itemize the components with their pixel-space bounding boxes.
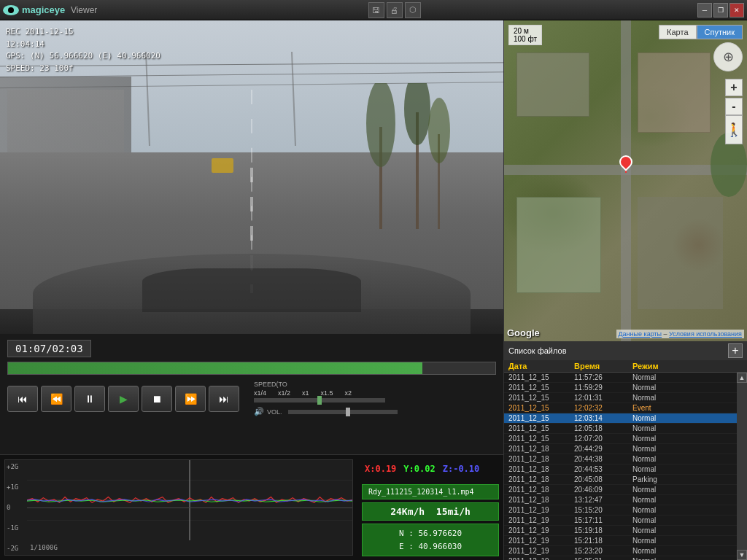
speed-ticks: x1/4 x1/2 x1 x1.5 x2 [254, 389, 398, 397]
accel-label-neg1g: -1G [7, 524, 26, 532]
file-mode: Normal [632, 414, 691, 422]
col-mode: Режим [632, 362, 691, 370]
speed-slider[interactable] [254, 398, 385, 402]
file-row[interactable]: 2011_12_1820:45:08Parking [504, 475, 737, 485]
file-date: 2011_12_15 [508, 394, 574, 402]
map-navigation-control[interactable]: ⊕ [713, 42, 743, 71]
file-row[interactable]: 2011_12_1512:07:20Normal [504, 434, 737, 444]
file-row[interactable]: 2011_12_1915:25:21Normal [504, 556, 737, 560]
speed-tick-quarter: x1/4 [254, 389, 266, 397]
accel-bottom: 1/1000G [27, 540, 352, 555]
play-button[interactable]: ▶ [108, 386, 139, 412]
speed-thumb [317, 396, 322, 405]
accel-z-value: Z:-0.10 [443, 464, 480, 474]
file-row[interactable]: 2011_12_1511:59:29Normal [504, 383, 737, 393]
map-attribution: Данные карты – Условия использования [616, 330, 745, 338]
app-logo-eye [3, 5, 19, 15]
progress-bar[interactable] [7, 362, 496, 375]
file-row[interactable]: 2011_12_1820:46:09Normal [504, 485, 737, 495]
map-area: 20 м 100 фт Карта Спутник ⊕ 🚶 + - [504, 20, 747, 341]
rewind-fast-button[interactable]: ⏮ [7, 386, 38, 412]
export-icon[interactable]: ⬡ [405, 2, 421, 18]
zoom-in-button[interactable]: + [725, 79, 743, 96]
file-row[interactable]: 2011_12_1512:01:31Normal [504, 393, 737, 403]
file-row[interactable]: 2011_12_1512:05:18Normal [504, 424, 737, 434]
file-mode: Normal [632, 496, 691, 504]
coords-display: N : 56.976620 E : 40.966030 [362, 524, 499, 556]
file-mode: Normal [632, 557, 691, 560]
window-controls: ─ ❐ ✕ [697, 3, 744, 18]
file-date: 2011_12_18 [508, 465, 574, 473]
file-mode: Normal [632, 445, 691, 453]
trees-svg [321, 83, 481, 229]
file-time: 20:44:53 [574, 465, 632, 473]
attribution-link[interactable]: Данные карты [619, 330, 662, 338]
rewind-button[interactable]: ⏪ [41, 386, 71, 412]
file-time: 15:23:20 [574, 547, 632, 555]
file-row[interactable]: 2011_12_1915:23:20Normal [504, 546, 737, 556]
file-row[interactable]: 2011_12_1511:57:26Normal [504, 373, 737, 383]
file-row[interactable]: 2011_12_1512:03:14Normal [504, 413, 737, 424]
osd-time: 12:04:14 [6, 39, 160, 51]
titlebar-mini-buttons: 🖫 🖨 ⬡ [368, 2, 421, 18]
file-row[interactable]: 2011_12_1915:21:18Normal [504, 536, 737, 546]
file-row[interactable]: 2011_12_1915:17:11Normal [504, 516, 737, 526]
map-tab-satellite[interactable]: Спутник [697, 25, 743, 39]
vol-speaker-icon: 🔊 [254, 407, 264, 416]
map-streetview-icon[interactable]: 🚶 [725, 115, 743, 144]
restore-button[interactable]: ❐ [713, 3, 728, 18]
osd-date: REC 2011-12-15 [6, 26, 160, 39]
file-row[interactable]: 2011_12_1813:12:47Normal [504, 495, 737, 505]
forward-fast-button[interactable]: ⏭ [209, 386, 239, 412]
file-row[interactable]: 2011_12_1915:19:18Normal [504, 526, 737, 536]
accel-label-neg2g: -2G [7, 545, 26, 552]
video-content: REC 2011-12-15 12:04:14 GPS: (N) 56.9666… [0, 20, 503, 334]
file-mode: Normal [632, 455, 691, 463]
file-mode: Normal [632, 394, 691, 402]
file-row[interactable]: 2011_12_1820:44:29Normal [504, 444, 737, 454]
app-title: magiceye Viewer [22, 4, 97, 15]
file-date: 2011_12_15 [508, 424, 574, 432]
building-2 [638, 52, 711, 133]
forward-button[interactable]: ⏩ [175, 386, 206, 412]
svg-point-9 [366, 83, 395, 167]
timecode-bar: 01:07/02:03 [7, 340, 496, 357]
filelist-add-button[interactable]: + [728, 343, 743, 358]
file-time: 20:46:09 [574, 486, 632, 494]
file-time: 12:05:18 [574, 424, 632, 432]
file-row[interactable]: 2011_12_1820:44:53Normal [504, 464, 737, 475]
volume-thumb [346, 408, 350, 416]
close-button[interactable]: ✕ [729, 3, 744, 18]
accel-y-value: Y:0.02 [403, 464, 435, 474]
save-icon[interactable]: 🖫 [368, 2, 384, 18]
map-tab-map[interactable]: Карта [659, 25, 696, 39]
scroll-down-arrow[interactable]: ▼ [737, 550, 747, 560]
accel-label-0: 0 [7, 504, 26, 511]
file-time: 15:21:18 [574, 537, 632, 545]
file-row[interactable]: 2011_12_1512:02:32Event [504, 403, 737, 413]
file-time: 15:25:21 [574, 557, 632, 560]
file-row[interactable]: 2011_12_1820:44:38Normal [504, 454, 737, 464]
file-mode: Normal [632, 547, 691, 555]
file-row[interactable]: 2011_12_1915:15:20Normal [504, 505, 737, 516]
scale-feet: 100 фт [514, 35, 537, 43]
terms-link[interactable]: Условия использования [669, 330, 742, 338]
print-icon[interactable]: 🖨 [387, 2, 403, 18]
scroll-up-arrow[interactable]: ▲ [737, 373, 747, 383]
speed-label: SPEED(TO [254, 381, 287, 388]
file-time: 12:01:31 [574, 394, 632, 402]
pause-button[interactable]: ⏸ [74, 386, 105, 412]
map-road-vertical [621, 20, 631, 341]
osd-overlay: REC 2011-12-15 12:04:14 GPS: (N) 56.9666… [6, 26, 160, 74]
filelist-scroll[interactable]: 2011_12_1511:57:26Normal2011_12_1511:59:… [504, 373, 737, 560]
left-panel: REC 2011-12-15 12:04:14 GPS: (N) 56.9666… [0, 20, 503, 560]
file-time: 15:19:18 [574, 526, 632, 534]
volume-slider[interactable] [288, 410, 398, 414]
file-time: 20:45:08 [574, 475, 632, 483]
minimize-button[interactable]: ─ [697, 3, 712, 18]
stop-button[interactable]: ⏹ [142, 386, 172, 412]
file-date: 2011_12_19 [508, 537, 574, 545]
svg-point-10 [404, 83, 430, 145]
map-location-marker [619, 155, 633, 176]
zoom-out-button[interactable]: - [725, 98, 743, 115]
